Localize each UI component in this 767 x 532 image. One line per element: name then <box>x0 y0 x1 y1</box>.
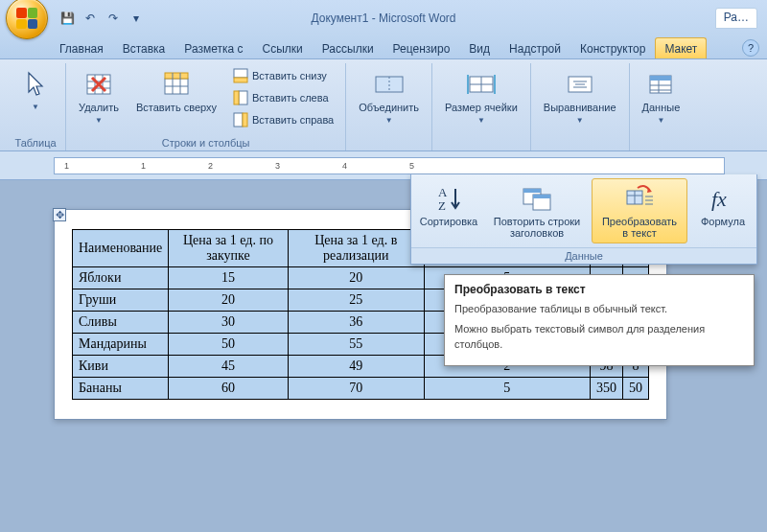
convert-to-text-button[interactable]: Преобразовать в текст <box>592 178 687 243</box>
table-cell[interactable]: 5 <box>424 378 590 400</box>
table-cell[interactable]: 30 <box>169 312 288 334</box>
svg-rect-15 <box>243 113 247 127</box>
insert-row-above-icon <box>161 69 192 100</box>
table-move-handle[interactable]: ✥ <box>53 208 66 221</box>
chevron-down-icon: ▼ <box>576 116 584 125</box>
svg-text:Z: Z <box>438 198 446 213</box>
alignment-button[interactable]: Выравнивание ▼ <box>537 65 623 128</box>
qat-redo-button[interactable]: ↷ <box>104 9 123 28</box>
office-button[interactable] <box>6 0 48 39</box>
table-header-cell[interactable]: Цена за 1 ед. в реализации <box>288 230 424 267</box>
svg-rect-10 <box>234 69 247 78</box>
insert-above-button[interactable]: Вставить сверху <box>129 65 223 117</box>
svg-rect-35 <box>533 195 550 198</box>
table-cell[interactable]: Груши <box>73 289 169 312</box>
table-cell[interactable]: 36 <box>288 312 424 334</box>
svg-rect-6 <box>165 73 188 79</box>
sort-az-icon: AZ <box>433 183 464 214</box>
sort-button[interactable]: AZ Сортировка <box>415 178 482 243</box>
tab-review[interactable]: Рецензиро <box>384 37 460 58</box>
tab-layout[interactable]: Макет <box>655 37 707 58</box>
select-button[interactable]: ▼ <box>12 65 59 115</box>
qat-undo-button[interactable]: ↶ <box>81 9 100 28</box>
help-icon[interactable]: ? <box>742 39 759 57</box>
table-cell[interactable]: 20 <box>288 267 424 289</box>
tab-references[interactable]: Ссылки <box>253 37 313 58</box>
insert-col-right-icon <box>233 112 248 127</box>
tab-design[interactable]: Конструктор <box>570 37 655 58</box>
ribbon-tabs: Главная Вставка Разметка с Ссылки Рассыл… <box>0 36 767 59</box>
chevron-down-icon: ▼ <box>477 116 485 125</box>
group-label-rows-cols: Строки и столбцы <box>72 136 339 150</box>
convert-to-text-icon <box>624 183 655 214</box>
table-cell[interactable]: 50 <box>169 334 288 356</box>
cell-size-button[interactable]: Размер ячейки ▼ <box>438 65 524 128</box>
table-header-cell[interactable]: Цена за 1 ед. по закупке <box>169 230 288 267</box>
merge-button[interactable]: Объединить ▼ <box>352 65 426 128</box>
tab-addins[interactable]: Надстрой <box>500 37 570 58</box>
tab-insert[interactable]: Вставка <box>113 37 175 58</box>
merge-cells-icon <box>374 69 405 100</box>
table-cell[interactable]: 25 <box>288 289 424 312</box>
insert-below-button[interactable]: Вставить снизу <box>227 65 339 86</box>
qat-save-button[interactable]: 💾 <box>58 9 77 28</box>
svg-rect-33 <box>523 189 541 193</box>
tab-mailings[interactable]: Рассылки <box>313 37 384 58</box>
insert-col-left-icon <box>233 90 248 105</box>
formula-button[interactable]: fx Формула <box>689 178 756 243</box>
table-cell[interactable]: Киви <box>73 356 169 378</box>
table-row[interactable]: Бананы6070535050 <box>73 378 649 400</box>
table-cell[interactable]: Бананы <box>73 378 169 400</box>
table-cell[interactable]: 15 <box>169 267 288 289</box>
group-select-table: ▼ Таблица <box>6 63 66 150</box>
svg-rect-12 <box>239 91 247 104</box>
tooltip-title: Преобразовать в текст <box>454 283 744 296</box>
svg-rect-14 <box>234 113 243 127</box>
group-merge: Объединить ▼ <box>346 63 432 150</box>
chevron-down-icon: ▼ <box>385 116 393 125</box>
horizontal-ruler[interactable]: 1 1 2 3 4 5 <box>54 157 725 174</box>
ribbon: ▼ Таблица Удалить ▼ Вставить свер <box>0 59 767 151</box>
delete-button[interactable]: Удалить ▼ <box>72 65 126 128</box>
window-title: Документ1 - Microsoft Word <box>311 12 455 25</box>
svg-text:fx: fx <box>711 187 727 211</box>
chevron-down-icon: ▼ <box>32 103 39 111</box>
data-button[interactable]: Данные ▼ <box>636 65 687 128</box>
tab-view[interactable]: Вид <box>459 37 500 58</box>
group-data: Данные ▼ <box>630 63 693 150</box>
quick-access-toolbar: 💾 ↶ ↷ ▾ <box>58 9 146 28</box>
table-cell[interactable]: 49 <box>288 356 424 378</box>
titlebar: 💾 ↶ ↷ ▾ Документ1 - Microsoft Word Ра… <box>0 0 767 36</box>
insert-row-below-icon <box>233 68 248 83</box>
align-center-icon <box>565 69 595 100</box>
svg-rect-13 <box>234 91 239 104</box>
data-icon <box>645 69 676 100</box>
group-cell-size: Размер ячейки ▼ <box>432 63 531 150</box>
table-cell[interactable]: Мандарины <box>73 334 169 356</box>
table-cell[interactable]: 55 <box>288 334 424 356</box>
repeat-rows-icon <box>522 183 552 214</box>
tooltip: Преобразовать в текст Преобразование таб… <box>444 274 755 366</box>
insert-left-button[interactable]: Вставить слева <box>227 87 339 108</box>
group-rows-cols: Удалить ▼ Вставить сверху Вставить снизу <box>66 63 346 150</box>
table-cell[interactable]: 50 <box>622 378 648 400</box>
table-cell[interactable]: 20 <box>169 289 288 312</box>
insert-right-button[interactable]: Вставить справа <box>227 109 339 130</box>
svg-rect-11 <box>234 78 247 82</box>
repeat-header-rows-button[interactable]: Повторить строки заголовков <box>484 178 590 243</box>
qat-customize-button[interactable]: ▾ <box>127 9 146 28</box>
svg-text:A: A <box>438 185 448 199</box>
table-cell[interactable]: Сливы <box>73 312 169 334</box>
cursor-icon <box>20 69 51 100</box>
tooltip-body: Преобразование таблицы в обычный текст. … <box>454 302 744 352</box>
tab-home[interactable]: Главная <box>50 37 113 58</box>
table-cell[interactable]: 45 <box>169 356 288 378</box>
table-cell[interactable]: 60 <box>169 378 288 400</box>
table-header-cell[interactable]: Наименование <box>73 230 169 267</box>
contextual-tab-label[interactable]: Ра… <box>715 8 757 29</box>
chevron-down-icon: ▼ <box>657 116 664 125</box>
tab-page-layout[interactable]: Разметка с <box>174 37 252 58</box>
table-cell[interactable]: Яблоки <box>73 267 169 289</box>
table-cell[interactable]: 70 <box>288 378 424 400</box>
table-cell[interactable]: 350 <box>590 378 622 400</box>
